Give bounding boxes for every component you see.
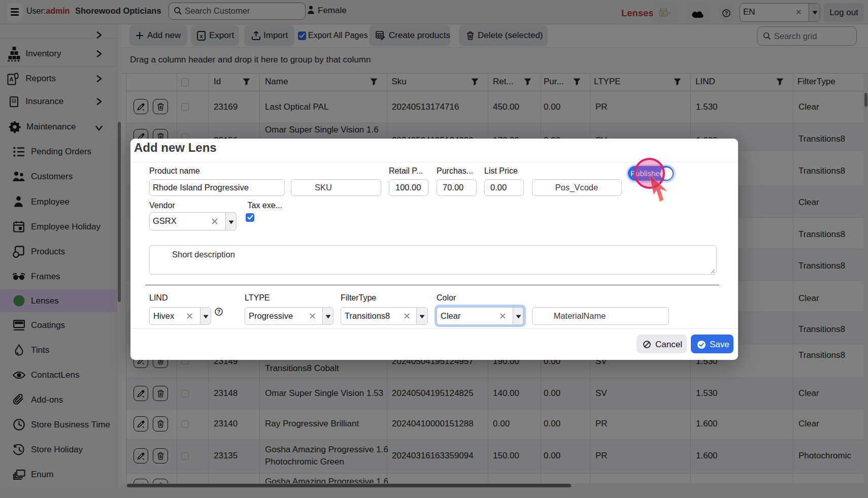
svg-text:?: ? [217, 309, 220, 315]
